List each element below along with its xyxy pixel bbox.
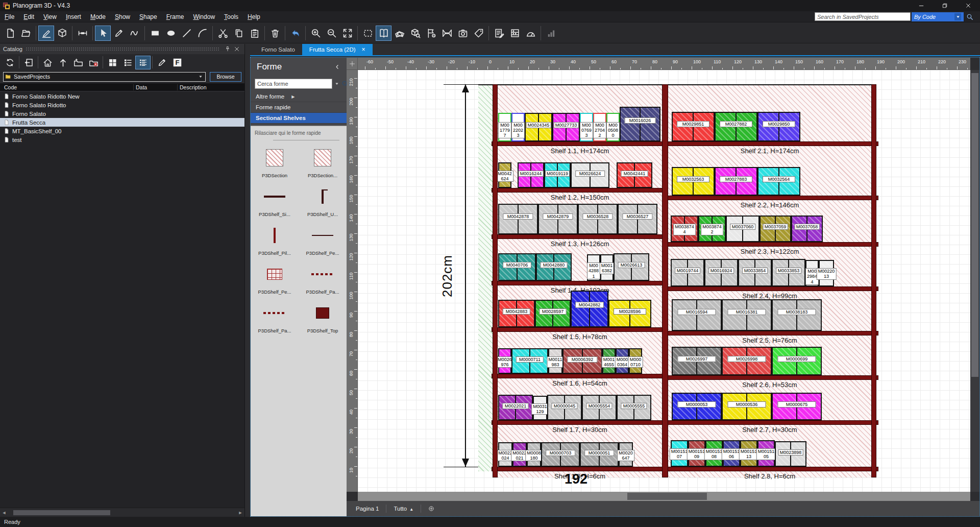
shelf-bar[interactable] bbox=[667, 286, 878, 291]
shelf-bar[interactable] bbox=[492, 281, 664, 285]
product[interactable]: M0023898 bbox=[775, 441, 806, 467]
product[interactable]: M0000051 bbox=[580, 442, 619, 467]
product[interactable]: M0000053 bbox=[672, 393, 722, 420]
product[interactable]: M0027882 bbox=[715, 112, 757, 141]
quick-shape-item[interactable]: P3DShelf_U... bbox=[299, 181, 347, 220]
perspective-view-button[interactable] bbox=[439, 26, 455, 41]
product[interactable]: M0020 647 bbox=[619, 442, 633, 467]
product[interactable]: M0022 024 bbox=[498, 442, 512, 467]
select-area-button[interactable] bbox=[360, 26, 376, 41]
delete-button[interactable] bbox=[267, 26, 283, 41]
quick-shape-item[interactable]: P3DShelf_Pa... bbox=[299, 259, 347, 298]
flags-tool-button[interactable] bbox=[423, 26, 439, 41]
product[interactable]: M0019744 bbox=[671, 259, 704, 286]
product[interactable]: M0029851 bbox=[672, 112, 715, 141]
scrollbar-thumb[interactable] bbox=[13, 510, 110, 515]
scroll-right-arrow[interactable]: ► bbox=[236, 509, 244, 517]
product[interactable]: M0042880 bbox=[536, 253, 572, 281]
rectangle-tool-button[interactable] bbox=[147, 26, 163, 41]
quick-shape-item[interactable]: P3DShelf_Pe... bbox=[299, 220, 347, 259]
product[interactable]: M00220 13 bbox=[819, 260, 834, 286]
menu-mode[interactable]: Mode bbox=[86, 11, 110, 22]
product[interactable]: M0027883 bbox=[715, 167, 757, 196]
shelf-bar[interactable] bbox=[492, 467, 664, 471]
chevron-down-icon[interactable] bbox=[334, 81, 340, 87]
report-edit-button[interactable] bbox=[491, 26, 507, 41]
browse-button[interactable]: Browse bbox=[210, 72, 241, 82]
drawing-viewport[interactable]: M00 1779 7M00 2202 3M0024345M0027733M00 … bbox=[358, 70, 970, 492]
menu-tools[interactable]: Tools bbox=[219, 11, 243, 22]
quick-shape-item[interactable]: P3DShelf_Top bbox=[299, 298, 347, 337]
product[interactable]: M0019119 bbox=[544, 162, 571, 188]
shelf-bar[interactable] bbox=[667, 141, 878, 146]
product[interactable]: M0000045 bbox=[547, 395, 582, 420]
product[interactable]: M0016594 bbox=[672, 299, 722, 331]
undo-button[interactable] bbox=[287, 26, 303, 41]
product[interactable]: M0011 983 bbox=[548, 348, 562, 374]
shelf-bar[interactable] bbox=[667, 420, 878, 425]
product[interactable]: M0000536 bbox=[722, 393, 772, 420]
find-shape-button[interactable] bbox=[407, 26, 423, 41]
product[interactable]: M0038183 bbox=[772, 299, 822, 331]
search-mode-select[interactable]: By Code bbox=[912, 12, 964, 21]
new-document-button[interactable] bbox=[2, 26, 18, 41]
product[interactable]: M0000703 bbox=[541, 442, 580, 467]
view-3d-mode-button[interactable] bbox=[54, 26, 70, 41]
tab-forno-salato[interactable]: Forno Salato bbox=[254, 44, 302, 55]
shelf-bar[interactable] bbox=[492, 327, 664, 332]
product[interactable]: M00 2202 3 bbox=[511, 113, 525, 141]
product[interactable]: M0037060 bbox=[726, 215, 760, 242]
planogram-edit-mode-button[interactable] bbox=[38, 26, 54, 41]
edit-shape-button[interactable] bbox=[154, 56, 169, 69]
product[interactable]: M0033853 bbox=[772, 259, 805, 286]
zoom-mode-label[interactable]: Tutto▲ bbox=[394, 506, 413, 512]
page-label[interactable]: Pagina 1 bbox=[356, 506, 379, 512]
product[interactable]: M0005554 bbox=[582, 395, 617, 420]
product[interactable]: M0042441 bbox=[617, 162, 652, 188]
shelf-bar[interactable] bbox=[492, 234, 664, 239]
shelf-bar[interactable] bbox=[667, 331, 878, 336]
shelf-bar[interactable] bbox=[667, 375, 878, 380]
home-folder-button[interactable] bbox=[40, 56, 55, 69]
product[interactable]: M00151 06 bbox=[723, 440, 740, 467]
pin-panel-button[interactable] bbox=[223, 45, 232, 53]
quick-shape-item[interactable]: P3DSection... bbox=[299, 142, 347, 181]
shelf-bar[interactable] bbox=[492, 420, 664, 425]
zoom-in-button[interactable] bbox=[308, 26, 324, 41]
refresh-catalog-button[interactable] bbox=[2, 56, 17, 69]
menu-insert[interactable]: Insert bbox=[61, 11, 86, 22]
product[interactable]: M001 6382 bbox=[600, 254, 614, 281]
product[interactable]: M0022 021 bbox=[512, 442, 527, 467]
product[interactable]: M00 0508 0 bbox=[606, 113, 620, 141]
open-project-button[interactable] bbox=[18, 26, 34, 41]
zoom-add-button[interactable] bbox=[428, 506, 434, 512]
menu-view[interactable]: View bbox=[39, 11, 61, 22]
shelf-bar[interactable] bbox=[667, 467, 878, 471]
product[interactable]: M00 1779 7 bbox=[498, 113, 511, 141]
close-panel-button[interactable] bbox=[232, 45, 241, 53]
shapes-fan-button[interactable] bbox=[391, 26, 407, 41]
product[interactable]: M0029850 bbox=[757, 112, 800, 141]
quick-shape-item[interactable]: P3DSection bbox=[251, 142, 299, 181]
curve-tool-button[interactable] bbox=[127, 26, 142, 41]
collapse-panel-button[interactable] bbox=[334, 64, 340, 70]
product[interactable]: M0000675 bbox=[772, 393, 822, 420]
product[interactable]: M0026624 bbox=[571, 162, 609, 188]
product[interactable]: M00 4288 1 bbox=[587, 254, 600, 281]
scrollbar-thumb[interactable] bbox=[971, 73, 978, 377]
product[interactable]: M0016381 bbox=[722, 299, 772, 331]
product[interactable]: M0036527 bbox=[618, 204, 657, 234]
line-tool-button[interactable] bbox=[179, 26, 194, 41]
new-folder-button[interactable] bbox=[70, 56, 86, 69]
performance-gauge-button[interactable] bbox=[523, 26, 538, 41]
view-large-icons-button[interactable] bbox=[105, 56, 120, 69]
catalog-item[interactable]: Forno Salato Ridotto bbox=[0, 101, 244, 109]
product[interactable]: M00 2704 2 bbox=[593, 113, 606, 141]
menu-file[interactable]: File bbox=[0, 11, 19, 22]
canvas-vscrollbar[interactable] bbox=[970, 70, 979, 492]
catalog-item[interactable]: Forno Salato bbox=[0, 109, 244, 118]
pencil-tool-button[interactable] bbox=[111, 26, 127, 41]
shelf-upright[interactable] bbox=[662, 84, 668, 477]
product[interactable]: M0008 180 bbox=[527, 442, 541, 467]
delete-folder-button[interactable] bbox=[86, 56, 101, 69]
